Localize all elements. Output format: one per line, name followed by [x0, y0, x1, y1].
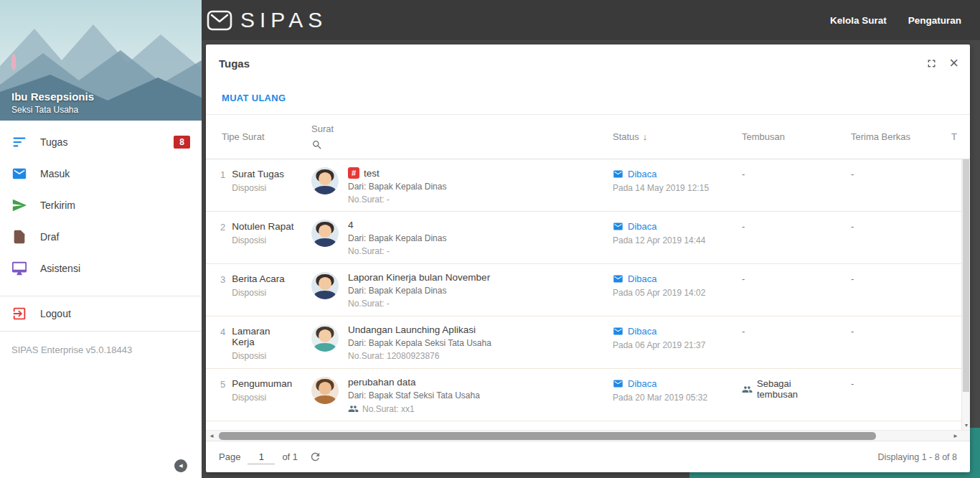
column-label: T [951, 131, 957, 142]
sidebar-item-label: Masuk [40, 168, 190, 179]
table-row[interactable]: 5 Pengumuman Disposisi perubahan data Da… [206, 369, 970, 421]
terima-berkas-value: - [842, 369, 943, 389]
page-label: Page [219, 451, 240, 462]
toolbar: MUAT ULANG [206, 82, 970, 115]
logout-icon [11, 306, 27, 322]
letter-mode: Disposisi [232, 183, 284, 193]
column-header-tembusan[interactable]: Tembusan [733, 115, 842, 159]
row-number: 2 [220, 222, 225, 245]
column-header-terima-berkas[interactable]: Terima Berkas [842, 115, 943, 159]
logout-section: Logout [0, 296, 202, 332]
sidebar-item-label: Terkirim [40, 200, 190, 211]
app-root: Ibu Resepsionis Seksi Tata Usaha Tugas 8… [0, 0, 980, 478]
table-row[interactable]: 4 Lamaran Kerja Disposisi Undangan Launc… [206, 317, 970, 369]
status-label: Dibaca [628, 169, 656, 179]
fullscreen-icon [925, 57, 938, 70]
user-role: Seksi Tata Usaha [11, 105, 94, 115]
horizontal-scrollbar[interactable]: ◄ ► [206, 430, 970, 441]
status-date: Pada 06 Apr 2019 21:37 [613, 340, 725, 350]
tembusan-value: - [733, 159, 842, 179]
draft-file-icon [11, 229, 27, 245]
sipas-envelope-logo-icon [206, 8, 233, 32]
column-header-surat[interactable]: Surat [303, 115, 604, 159]
table-row[interactable]: 3 Berita Acara Disposisi Laporan Kinerja… [206, 264, 970, 317]
group-icon [742, 384, 753, 395]
letter-type: Notulen Rapat [232, 221, 293, 232]
column-search-button[interactable] [311, 139, 595, 151]
monitor-icon [11, 261, 27, 276]
sender-avatar [311, 377, 339, 404]
reload-button[interactable]: MUAT ULANG [222, 93, 286, 103]
letter-sender: Dari: Bapak Kepala Dinas [348, 233, 446, 243]
sender-avatar [311, 167, 339, 195]
row-number: 3 [220, 274, 225, 298]
table-body: 1 Surat Tugas Disposisi # tes [206, 159, 970, 430]
paging-toolbar: Page of 1 Displaying 1 - 8 of 8 [206, 441, 970, 472]
column-header-status[interactable]: Status ↓ [604, 115, 733, 159]
table-row[interactable]: 1 Surat Tugas Disposisi # tes [206, 159, 970, 212]
refresh-icon [309, 451, 321, 463]
sidebar-item-draf[interactable]: Draf [0, 221, 202, 253]
sender-avatar [311, 324, 339, 352]
letter-type: Surat Tugas [232, 169, 284, 179]
status-label: Dibaca [628, 273, 656, 284]
letter-mode: Disposisi [232, 393, 292, 403]
column-label: Tipe Surat [222, 131, 265, 142]
app-version: SIPAS Enterprise v5.0.18443 [0, 332, 202, 368]
column-label: Surat [311, 123, 334, 134]
refresh-button[interactable] [309, 451, 321, 463]
column-header-tipe-surat[interactable]: Tipe Surat [206, 115, 303, 159]
terima-berkas-value: - [842, 159, 943, 179]
scroll-left-arrow-icon[interactable]: ◄ [206, 431, 217, 441]
column-label: Status [613, 131, 639, 142]
sidebar-item-terkirim[interactable]: Terkirim [0, 189, 202, 221]
vertical-scrollbar[interactable]: ▼ [961, 159, 970, 430]
column-label: Tembusan [742, 131, 785, 142]
tembusan-value: - [733, 264, 842, 284]
group-icon [348, 403, 359, 414]
sidebar-collapse-button[interactable]: ◀ [174, 459, 187, 472]
content-backdrop: Tugas × MUAT ULANG Tipe Surat [202, 40, 980, 478]
vertical-scrollbar-thumb[interactable] [963, 159, 969, 392]
status-label: Dibaca [628, 221, 656, 232]
column-header-clipped[interactable]: T [943, 115, 970, 159]
tasks-list-icon [11, 134, 27, 150]
status-label: Dibaca [628, 326, 656, 337]
row-number: 4 [220, 327, 225, 361]
user-name: Ibu Resepsionis [11, 90, 94, 103]
close-button[interactable]: × [949, 55, 958, 71]
scroll-down-arrow-icon[interactable]: ▼ [962, 420, 970, 430]
letter-number: No.Surat: 12080923876 [348, 351, 491, 361]
table-row[interactable]: 2 Notulen Rapat Disposisi 4 Dari: Bapak … [206, 212, 970, 264]
sidebar: Ibu Resepsionis Seksi Tata Usaha Tugas 8… [0, 0, 202, 478]
sidebar-item-label: Draf [40, 231, 190, 243]
tembusan-value: - [733, 317, 842, 337]
terima-berkas-value: - [842, 264, 943, 284]
sidebar-item-label: Asistensi [40, 263, 190, 274]
brand-name: SIPAS [240, 8, 327, 32]
nav-kelola-surat[interactable]: Kelola Surat [830, 15, 887, 26]
app-logo: SIPAS [206, 8, 327, 32]
sidebar-item-tugas[interactable]: Tugas 8 [0, 126, 202, 158]
horizontal-scrollbar-thumb[interactable] [219, 432, 876, 440]
letter-number: No.Surat: - [348, 299, 490, 309]
read-mail-icon [613, 326, 623, 337]
terima-berkas-value: - [842, 317, 943, 337]
letter-sender: Dari: Bapak Staf Seksi Tata Usaha [348, 390, 480, 400]
sidebar-item-masuk[interactable]: Masuk [0, 158, 202, 189]
letter-subject: 4 [348, 220, 354, 230]
page-number-input[interactable] [248, 450, 275, 464]
column-label: Terima Berkas [851, 131, 910, 142]
status-date: Pada 20 Mar 2019 05:32 [613, 393, 725, 403]
letter-mode: Disposisi [232, 235, 293, 245]
read-mail-icon [613, 169, 623, 179]
terima-berkas-value: - [842, 212, 943, 232]
displaying-status: Displaying 1 - 8 of 8 [878, 452, 957, 462]
sidebar-item-asistensi[interactable]: Asistensi [0, 253, 202, 284]
top-bar: SIPAS Kelola Surat Pengaturan [202, 0, 980, 40]
letter-subject: Undangan Launching Aplikasi [348, 324, 476, 335]
logout-button[interactable]: Logout [0, 298, 202, 329]
scroll-right-arrow-icon[interactable]: ► [950, 431, 961, 441]
nav-pengaturan[interactable]: Pengaturan [908, 15, 961, 26]
maximize-button[interactable] [925, 57, 938, 70]
